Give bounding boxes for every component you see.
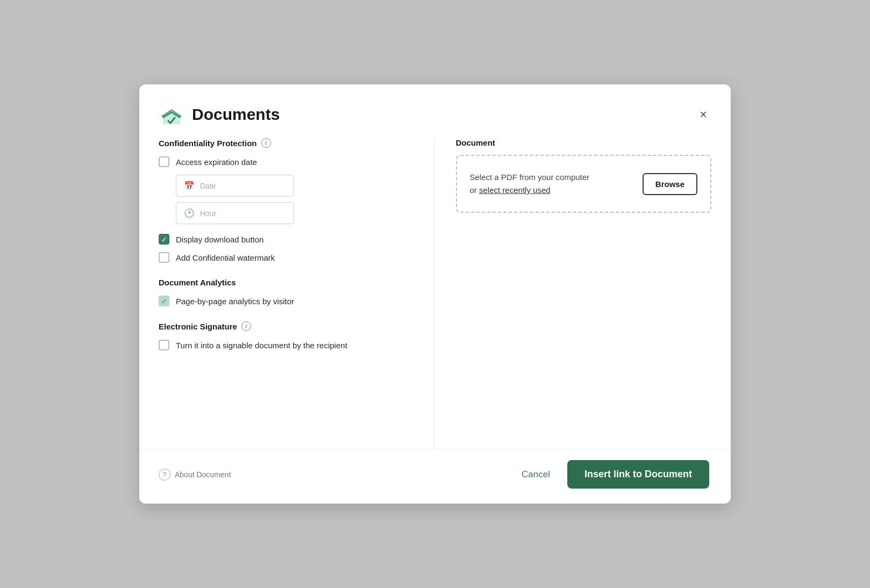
- access-expiration-row: Access expiration date: [159, 156, 415, 167]
- upload-area: Select a PDF from your computer or selec…: [456, 155, 712, 213]
- date-placeholder: Date: [200, 182, 216, 190]
- clock-icon: 🕐: [184, 208, 195, 218]
- page-analytics-row: ✓ Page-by-page analytics by visitor: [159, 296, 415, 306]
- modal-body: Confidentiality Protection i Access expi…: [139, 138, 731, 449]
- esig-section: Electronic Signature i Turn it into a si…: [159, 321, 415, 350]
- hour-placeholder: Hour: [200, 209, 216, 218]
- title-area: Documents: [159, 102, 280, 127]
- upload-or: or: [470, 185, 480, 195]
- upload-text: Select a PDF from your computer or selec…: [470, 171, 590, 197]
- confidentiality-info-icon[interactable]: i: [261, 138, 271, 148]
- checkmark-icon: ✓: [161, 236, 167, 243]
- insert-link-button[interactable]: Insert link to Document: [567, 460, 709, 489]
- access-expiration-checkbox[interactable]: [159, 156, 169, 167]
- page-analytics-checkbox[interactable]: ✓: [159, 296, 169, 306]
- page-analytics-label[interactable]: Page-by-page analytics by visitor: [176, 297, 294, 306]
- modal-header: Documents ×: [139, 84, 731, 138]
- esig-section-title: Electronic Signature i: [159, 321, 415, 331]
- about-document-link[interactable]: ? About Document: [159, 469, 231, 481]
- right-panel: Document Select a PDF from your computer…: [434, 138, 712, 449]
- close-icon: ×: [700, 108, 707, 121]
- signable-checkbox[interactable]: [159, 340, 169, 350]
- add-watermark-label[interactable]: Add Confidential watermark: [176, 253, 275, 262]
- about-document-label: About Document: [175, 470, 231, 479]
- analytics-section-title: Document Analytics: [159, 278, 415, 287]
- signable-row: Turn it into a signable document by the …: [159, 340, 415, 350]
- upload-line1: Select a PDF from your computer: [470, 173, 590, 182]
- footer-actions: Cancel Insert link to Document: [513, 460, 709, 489]
- date-field[interactable]: 📅 Date: [176, 175, 294, 197]
- date-inputs: 📅 Date 🕐 Hour: [176, 175, 415, 224]
- modal-container: Documents × Confidentiality Protection i…: [139, 84, 731, 504]
- signable-label[interactable]: Turn it into a signable document by the …: [176, 341, 347, 350]
- add-watermark-row: Add Confidential watermark: [159, 252, 415, 263]
- access-expiration-label[interactable]: Access expiration date: [176, 157, 257, 167]
- esig-info-icon[interactable]: i: [241, 321, 251, 331]
- display-download-row: ✓ Display download button: [159, 234, 415, 245]
- browse-button[interactable]: Browse: [643, 173, 697, 195]
- select-recently-used-link[interactable]: select recently used: [479, 185, 551, 195]
- analytics-section: Document Analytics ✓ Page-by-page analyt…: [159, 278, 415, 306]
- app-icon: [159, 102, 184, 127]
- confidentiality-section-title: Confidentiality Protection i: [159, 138, 415, 148]
- cancel-button[interactable]: Cancel: [513, 464, 559, 485]
- document-section-title: Document: [456, 138, 712, 147]
- hour-field[interactable]: 🕐 Hour: [176, 202, 294, 224]
- modal-footer: ? About Document Cancel Insert link to D…: [139, 449, 731, 504]
- add-watermark-checkbox[interactable]: [159, 252, 169, 263]
- left-panel: Confidentiality Protection i Access expi…: [159, 138, 434, 449]
- display-download-checkbox[interactable]: ✓: [159, 234, 169, 245]
- about-icon: ?: [159, 469, 170, 481]
- display-download-label[interactable]: Display download button: [176, 235, 263, 244]
- modal-title: Documents: [192, 105, 280, 124]
- calendar-icon: 📅: [184, 181, 195, 191]
- close-button[interactable]: ×: [697, 106, 709, 123]
- page-analytics-checkmark: ✓: [161, 298, 167, 305]
